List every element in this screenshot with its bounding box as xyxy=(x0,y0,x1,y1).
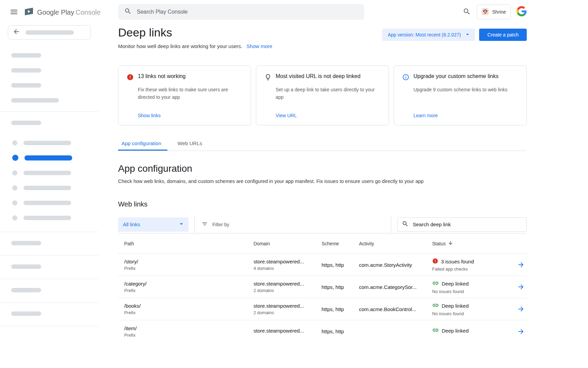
nav-item-placeholder xyxy=(23,201,71,205)
card-body: Fix these web links to make sure users a… xyxy=(138,86,243,113)
insight-card-upgrade-schemes: Upgrade your custom scheme links Upgrade… xyxy=(394,65,527,125)
scheme-value: https, http xyxy=(322,306,359,312)
info-icon xyxy=(402,73,413,81)
table-row[interactable]: /item/ Prefix store.steampowered... http… xyxy=(118,320,527,342)
sidebar-item[interactable] xyxy=(0,215,99,221)
deep-link-search[interactable] xyxy=(397,217,527,232)
search-button[interactable] xyxy=(463,7,471,17)
create-patch-button[interactable]: Create a patch xyxy=(479,29,527,41)
links-filter-dropdown[interactable]: All links xyxy=(118,217,189,232)
domain-count: 2 domains xyxy=(254,288,322,293)
hamburger-icon xyxy=(10,7,18,17)
page-subtitle: Monitor how well deep links are working … xyxy=(118,43,242,49)
web-links-toolbar: All links Filter by xyxy=(118,216,527,233)
sidebar-item[interactable] xyxy=(0,200,99,206)
column-header-activity[interactable]: Activity xyxy=(359,241,432,246)
nav-item-placeholder xyxy=(23,171,71,175)
nav-placeholder xyxy=(11,121,41,125)
insight-cards: 13 links not working Fix these web links… xyxy=(118,65,527,125)
play-console-logo-icon xyxy=(24,7,34,18)
path-type: Prefix xyxy=(124,333,254,338)
show-more-link[interactable]: Show more xyxy=(246,43,272,49)
tab-app-configuration[interactable]: App configuration xyxy=(118,140,167,151)
row-detail-arrow[interactable] xyxy=(517,328,525,335)
sidebar-item[interactable] xyxy=(0,140,99,146)
table-row[interactable]: /story/ Prefix store.steampowered... 4 d… xyxy=(118,254,527,276)
column-header-status[interactable]: Status xyxy=(432,240,510,247)
nav-placeholder xyxy=(11,98,59,103)
google-account-logo[interactable] xyxy=(517,6,527,18)
search-icon xyxy=(402,220,409,229)
shrine-app-icon xyxy=(481,8,489,16)
app-version-label: App version: Most recent (8.2.027) xyxy=(388,32,461,37)
links-filter-value: All links xyxy=(123,221,140,227)
column-header-domain[interactable]: Domain xyxy=(254,241,322,246)
nav-dot-icon xyxy=(12,155,18,161)
page-content: Deep links Monitor how well deep links a… xyxy=(99,24,588,342)
section-title: App configuration xyxy=(118,163,527,174)
nav-dot-icon xyxy=(12,185,17,190)
status-value: Deep linked xyxy=(442,281,469,287)
sidebar-nav-placeholders xyxy=(0,40,99,103)
current-app-name: Shrine xyxy=(492,9,506,15)
scheme-value: https, http xyxy=(322,262,359,268)
current-app-chip[interactable]: Shrine xyxy=(477,4,511,19)
app-version-dropdown[interactable]: App version: Most recent (8.2.027) xyxy=(382,29,475,41)
divider xyxy=(0,326,99,326)
sidebar-item[interactable] xyxy=(0,185,99,191)
page-header: Deep links Monitor how well deep links a… xyxy=(118,26,527,49)
show-links-link[interactable]: Show links xyxy=(138,113,161,118)
nav-placeholder xyxy=(11,83,41,88)
domain-value: store.steampowered... xyxy=(254,259,322,264)
tab-web-urls[interactable]: Web URLs xyxy=(174,140,208,151)
link-icon xyxy=(432,280,439,288)
row-detail-arrow[interactable] xyxy=(517,305,525,313)
card-body: Set up a deep link to take users directl… xyxy=(276,86,380,113)
domain-value: store.steampowered... xyxy=(254,281,322,287)
filter-by-button[interactable]: Filter by xyxy=(201,221,229,228)
search-icon xyxy=(124,7,132,16)
global-search-input[interactable] xyxy=(137,9,358,15)
insight-card-links-not-working: 13 links not working Fix these web links… xyxy=(118,65,251,125)
card-title: Upgrade your custom scheme links xyxy=(413,73,518,81)
column-header-scheme[interactable]: Scheme xyxy=(322,241,359,246)
nav-placeholder xyxy=(11,53,41,58)
learn-more-link[interactable]: Learn more xyxy=(413,113,438,118)
sidebar-section-placeholder xyxy=(0,279,99,302)
nav-placeholder xyxy=(11,264,41,269)
search-icon xyxy=(463,7,471,17)
sidebar-section-placeholder xyxy=(0,112,99,135)
column-header-path[interactable]: Path xyxy=(124,241,254,246)
sidebar-item[interactable] xyxy=(0,170,99,176)
play-console-logo: Google PlayConsole xyxy=(24,7,100,18)
global-search[interactable] xyxy=(118,4,364,20)
status-detail: No issues found xyxy=(432,311,510,316)
activity-value: com.acme.BookControl... xyxy=(359,306,432,312)
scheme-value: https, http xyxy=(322,284,359,290)
topbar: Shrine xyxy=(99,0,588,24)
path-value: /books/ xyxy=(124,303,254,309)
chevron-down-icon xyxy=(178,220,185,229)
deep-link-search-input[interactable] xyxy=(413,221,522,227)
sidebar-item-deep-links-active[interactable] xyxy=(0,155,99,161)
nav-item-placeholder xyxy=(23,141,71,145)
menu-button[interactable] xyxy=(10,7,18,17)
app-selector[interactable] xyxy=(8,25,91,40)
sidebar: Google PlayConsole xyxy=(0,0,99,368)
app-name-placeholder xyxy=(26,30,74,35)
row-detail-arrow[interactable] xyxy=(517,261,525,269)
domain-value: store.steampowered... xyxy=(254,303,322,309)
filter-by-label: Filter by xyxy=(212,222,229,227)
play-console-logo-text: Google PlayConsole xyxy=(37,9,100,16)
table-row[interactable]: /books/ Prefix store.steampowered... 2 d… xyxy=(118,298,527,320)
divider xyxy=(194,216,195,233)
table-row[interactable]: /category/ Prefix store.steampowered... … xyxy=(118,276,527,298)
row-detail-arrow[interactable] xyxy=(517,283,525,291)
nav-placeholder xyxy=(11,311,41,316)
view-url-link[interactable]: View URL xyxy=(276,113,297,118)
sort-descending-icon xyxy=(448,240,453,247)
nav-dot-icon xyxy=(12,170,17,175)
table-header: Path Domain Scheme Activity Status xyxy=(118,233,527,254)
sidebar-nav-items xyxy=(0,135,99,232)
insight-card-most-visited-url: Most visited URL is not deep linked Set … xyxy=(256,65,389,125)
